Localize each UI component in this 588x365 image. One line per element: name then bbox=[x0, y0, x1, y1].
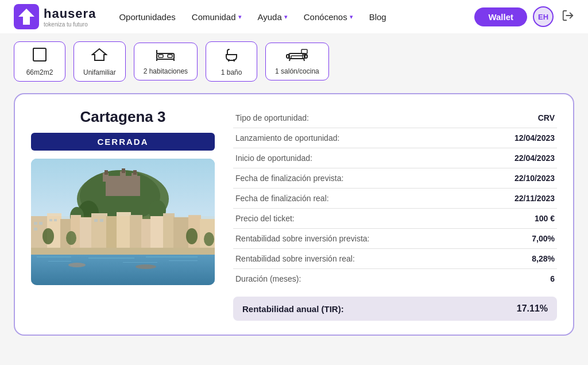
house-icon bbox=[91, 47, 107, 66]
nav-oportunidades[interactable]: Oportunidades bbox=[119, 12, 175, 22]
filter-living-label: 1 salón/cocina bbox=[275, 67, 319, 75]
table-row: Tipo de oportunidad: CRV bbox=[233, 108, 557, 128]
chevron-down-icon: ▾ bbox=[238, 13, 242, 21]
svg-rect-20 bbox=[301, 49, 307, 53]
tir-row: Rentabilidad anual (TIR): 17.11% bbox=[233, 297, 557, 321]
svg-line-18 bbox=[289, 59, 290, 61]
filter-bathrooms[interactable]: 1 baño bbox=[206, 41, 257, 82]
logo-name: hausera bbox=[44, 6, 96, 21]
avatar[interactable]: EH bbox=[533, 6, 554, 27]
detail-label: Lanzamiento de oportunidad: bbox=[233, 128, 427, 148]
nav-conocenos[interactable]: Conócenos ▾ bbox=[304, 12, 353, 22]
svg-rect-32 bbox=[122, 168, 125, 173]
table-row: Duración (meses): 6 bbox=[233, 269, 557, 289]
svg-line-19 bbox=[304, 59, 304, 61]
table-row: Fecha de finalización prevista: 22/10/20… bbox=[233, 168, 557, 189]
detail-value: 7,00% bbox=[427, 229, 557, 249]
detail-value: 22/04/2023 bbox=[427, 148, 557, 168]
table-row: Precio del ticket: 100 € bbox=[233, 209, 557, 229]
card-right: Tipo de oportunidad: CRV Lanzamiento de … bbox=[233, 108, 557, 321]
filter-type-label: Unifamiliar bbox=[83, 68, 116, 76]
filter-bedrooms-label: 2 habitaciones bbox=[144, 67, 188, 75]
filter-size[interactable]: 66m2m2 bbox=[14, 41, 65, 82]
filter-living[interactable]: 1 salón/cocina bbox=[265, 43, 329, 80]
card-left: Cartagena 3 CERRADA bbox=[31, 108, 215, 321]
chevron-down-icon: ▾ bbox=[284, 13, 288, 21]
status-badge: CERRADA bbox=[31, 133, 215, 151]
svg-point-72 bbox=[136, 264, 156, 269]
detail-value: 8,28% bbox=[427, 249, 557, 269]
detail-label: Fecha de finalización prevista: bbox=[233, 168, 427, 189]
svg-rect-68 bbox=[48, 261, 71, 262]
filter-bar: 66m2m2 Unifamiliar 2 habitaciones bbox=[0, 33, 588, 87]
chevron-down-icon: ▾ bbox=[350, 13, 353, 21]
detail-label: Fecha de finalización real: bbox=[233, 189, 427, 209]
svg-line-12 bbox=[229, 59, 229, 62]
detail-value: 100 € bbox=[427, 209, 557, 229]
table-row: Rentabilidad sobre inversión real: 8,28% bbox=[233, 249, 557, 269]
detail-label: Rentabilidad sobre inversión real: bbox=[233, 249, 427, 269]
svg-point-71 bbox=[68, 263, 86, 267]
svg-rect-63 bbox=[31, 248, 215, 255]
detail-label: Tipo de oportunidad: bbox=[233, 108, 427, 128]
svg-point-11 bbox=[229, 49, 230, 50]
svg-rect-70 bbox=[169, 260, 198, 261]
nav-comunidad[interactable]: Comunidad ▾ bbox=[192, 12, 242, 22]
detail-value: CRV bbox=[427, 108, 557, 128]
bed-icon bbox=[156, 48, 175, 65]
svg-rect-31 bbox=[105, 170, 108, 175]
filter-type[interactable]: Unifamiliar bbox=[74, 41, 126, 82]
logo-icon bbox=[14, 4, 39, 29]
nav-ayuda[interactable]: Ayuda ▾ bbox=[258, 12, 288, 22]
wallet-button[interactable]: Wallet bbox=[474, 7, 527, 26]
svg-rect-3 bbox=[33, 48, 46, 61]
svg-rect-64 bbox=[31, 255, 215, 285]
svg-rect-6 bbox=[158, 55, 163, 57]
detail-label: Precio del ticket: bbox=[233, 209, 427, 229]
logo[interactable]: hausera tokeniza tu futuro bbox=[14, 4, 96, 29]
svg-rect-73 bbox=[31, 216, 215, 248]
detail-label: Inicio de oportunidad: bbox=[233, 148, 427, 168]
property-title: Cartagena 3 bbox=[80, 108, 166, 126]
table-row: Inicio de oportunidad: 22/04/2023 bbox=[233, 148, 557, 168]
info-table: Tipo de oportunidad: CRV Lanzamiento de … bbox=[233, 108, 557, 289]
nav-right: Wallet EH bbox=[474, 6, 574, 27]
detail-label: Rentabilidad sobre inversión prevista: bbox=[233, 229, 427, 249]
detail-value: 6 bbox=[427, 269, 557, 289]
size-icon bbox=[32, 47, 48, 66]
svg-rect-33 bbox=[133, 170, 137, 175]
svg-rect-16 bbox=[287, 55, 289, 58]
nav-blog[interactable]: Blog bbox=[369, 12, 386, 22]
filter-bathrooms-label: 1 baño bbox=[221, 68, 242, 76]
svg-marker-4 bbox=[92, 49, 106, 60]
logout-icon[interactable] bbox=[562, 9, 574, 25]
svg-rect-65 bbox=[37, 256, 71, 258]
property-card: Cartagena 3 CERRADA bbox=[14, 93, 574, 336]
svg-rect-69 bbox=[123, 262, 157, 263]
detail-value: 22/10/2023 bbox=[427, 168, 557, 189]
svg-rect-67 bbox=[146, 256, 198, 258]
sofa-icon bbox=[285, 48, 308, 65]
property-image bbox=[31, 159, 215, 285]
tir-label: Rentabilidad anual (TIR): bbox=[242, 304, 344, 314]
nav-links: Oportunidades Comunidad ▾ Ayuda ▾ Conóce… bbox=[119, 12, 474, 22]
detail-value: 22/11/2023 bbox=[427, 189, 557, 209]
table-row: Fecha de finalización real: 22/11/2023 bbox=[233, 189, 557, 209]
svg-line-13 bbox=[234, 59, 234, 62]
main-content: Cartagena 3 CERRADA bbox=[0, 87, 588, 347]
table-row: Rentabilidad sobre inversión prevista: 7… bbox=[233, 229, 557, 249]
filter-bedrooms[interactable]: 2 habitaciones bbox=[134, 43, 198, 80]
logo-tagline: tokeniza tu futuro bbox=[44, 21, 96, 28]
detail-label: Duración (meses): bbox=[233, 269, 427, 289]
svg-rect-66 bbox=[88, 258, 134, 259]
svg-rect-15 bbox=[291, 56, 303, 59]
detail-value: 12/04/2023 bbox=[427, 128, 557, 148]
table-row: Lanzamiento de oportunidad: 12/04/2023 bbox=[233, 128, 557, 148]
tir-value: 17.11% bbox=[517, 303, 548, 314]
bath-icon bbox=[223, 47, 239, 66]
svg-rect-7 bbox=[168, 55, 172, 57]
filter-size-label: 66m2m2 bbox=[26, 68, 53, 76]
navbar: hausera tokeniza tu futuro Oportunidades… bbox=[0, 0, 588, 33]
